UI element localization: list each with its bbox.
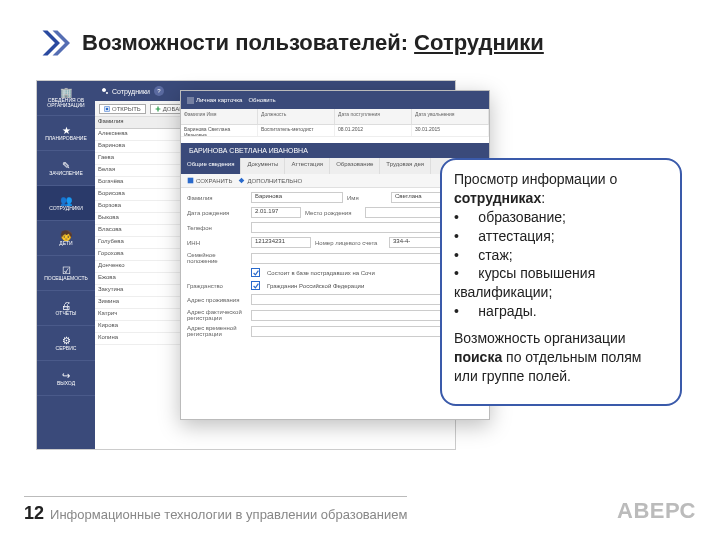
label-name: Имя — [347, 195, 387, 201]
label-adr-tmp: Адрес временной регистрации — [187, 325, 247, 337]
slide-title: Возможности пользователей: Сотрудники — [82, 30, 544, 56]
label-surname: Фамилия — [187, 195, 247, 201]
sidebar-item-6[interactable]: 🖨ОТЧЁТЫ — [37, 291, 95, 326]
employee-title: БАРИНОВА СВЕТЛАНА ИВАНОВНА — [181, 143, 489, 158]
label-pension: Номер лицевого счета — [315, 240, 385, 246]
label-dob: Дата рождения — [187, 210, 247, 216]
breadcrumb[interactable]: Сотрудники — [101, 87, 150, 95]
save-button[interactable]: СОХРАНИТЬ — [187, 177, 232, 184]
callout-p1: Просмотр информации о сотрудниках: • обр… — [454, 170, 668, 321]
tab-4[interactable]: Трудовая дея — [380, 158, 431, 174]
sidebar-item-1[interactable]: ★ПЛАНИРОВАНИЕ — [37, 116, 95, 151]
label-inn: ИНН — [187, 240, 247, 246]
label-phone: Телефон — [187, 225, 247, 231]
footer: 12 Информационные технологии в управлени… — [24, 496, 696, 524]
callout-box: Просмотр информации о сотрудниках: • обр… — [440, 158, 682, 406]
sidebar-item-3[interactable]: 👥СОТРУДНИКИ — [37, 186, 95, 221]
tab-0[interactable]: Общие сведения — [181, 158, 241, 174]
sidebar: 🏢СВЕДЕНИЯ ОБ ОРГАНИЗАЦИИ★ПЛАНИРОВАНИЕ✎ЗА… — [37, 81, 95, 449]
sidebar-item-7[interactable]: ⚙СЕРВИС — [37, 326, 95, 361]
label-adr-reg: Адрес проживания — [187, 297, 247, 303]
label-pob: Место рождения — [305, 210, 361, 216]
inn-input[interactable]: 121234231 — [251, 237, 311, 248]
citizen-checkbox[interactable] — [251, 281, 260, 290]
personal-card-button[interactable]: Личная карточка — [187, 97, 242, 104]
callout-p2: Возможность организации поиска по отдель… — [454, 329, 668, 386]
refresh-button[interactable]: Обновить — [248, 97, 275, 103]
surname-input[interactable]: Баринова — [251, 192, 343, 203]
label-adr-fact: Адрес фактической регистрации — [187, 309, 247, 321]
svg-rect-0 — [187, 97, 194, 104]
chevron-bullet-icon — [40, 28, 70, 58]
sidebar-item-4[interactable]: 🧒ДЕТИ — [37, 221, 95, 256]
citizen-label: Гражданин Российской Федерации — [267, 283, 364, 289]
tab-3[interactable]: Образование — [330, 158, 380, 174]
label-citizen: Гражданство — [187, 283, 247, 289]
label-marital: Семейное положение — [187, 252, 247, 264]
brand-logo: АВЕРС — [617, 498, 696, 524]
open-button[interactable]: ОТКРЫТЬ — [99, 104, 146, 114]
more-button[interactable]: ДОПОЛНИТЕЛЬНО — [238, 177, 302, 184]
slide-header: Возможности пользователей: Сотрудники — [0, 0, 720, 68]
detail-grid-header: Фамилия ИмяДолжностьДата поступленияДата… — [181, 109, 489, 125]
footer-text: Информационные технологии в управлении о… — [50, 507, 407, 522]
help-icon[interactable]: ? — [154, 86, 164, 96]
sidebar-item-0[interactable]: 🏢СВЕДЕНИЯ ОБ ОРГАНИЗАЦИИ — [37, 81, 95, 116]
sidebar-item-8[interactable]: ↪ВЫХОД — [37, 361, 95, 396]
tab-2[interactable]: Аттестация — [285, 158, 330, 174]
sidebar-item-2[interactable]: ✎ЗАЧИСЛЕНИЕ — [37, 151, 95, 186]
sidebar-item-5[interactable]: ☑ПОСЕЩАЕМОСТЬ — [37, 256, 95, 291]
sochi-label: Состоит в базе пострадавших на Сочи — [267, 270, 375, 276]
detail-panel-topbar: Личная карточка Обновить — [181, 91, 489, 109]
page-number: 12 — [24, 503, 44, 524]
sochi-checkbox[interactable] — [251, 268, 260, 277]
detail-grid-row[interactable]: Баринова Светлана ИвановнаВоспитатель-ме… — [181, 125, 489, 137]
dob-input[interactable]: 2.01.197 — [251, 207, 301, 218]
tab-1[interactable]: Документы — [241, 158, 285, 174]
